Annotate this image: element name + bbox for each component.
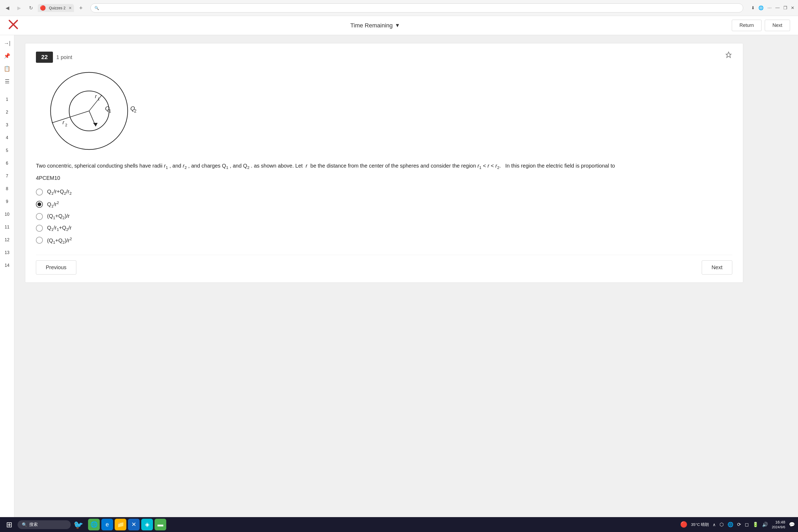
taskbar-app5-icon[interactable]: ◈: [141, 519, 153, 530]
browser-chrome: ◀ ▶ ↻ 🔴 Quizzes 2 ✕ + 🔍 ⬇ 🌐 ⋯ — ❐ ✕: [0, 0, 798, 16]
option-text-b: Q1/r2: [47, 200, 59, 208]
answer-option-b[interactable]: Q1/r2: [36, 200, 732, 208]
next-button[interactable]: Next: [702, 261, 732, 274]
sidebar-num-11[interactable]: 11: [2, 222, 13, 232]
taskbar-sysicon-4[interactable]: ◻: [745, 521, 749, 528]
radio-c[interactable]: [36, 213, 43, 220]
new-tab-button[interactable]: +: [76, 3, 86, 13]
question-code: 4PCEM10: [36, 175, 732, 181]
minimize-icon[interactable]: —: [774, 4, 781, 12]
return-button[interactable]: Return: [732, 20, 762, 31]
more-menu-icon[interactable]: ⋯: [766, 4, 773, 12]
sidebar-num-8[interactable]: 8: [2, 184, 13, 194]
address-bar[interactable]: 🔍: [91, 3, 743, 13]
answer-option-d[interactable]: Q1/r1+Q2/r: [36, 225, 732, 232]
taskbar-sysicon-1[interactable]: ⬡: [720, 521, 724, 528]
sidebar-icon-pin[interactable]: 📌: [2, 51, 13, 61]
taskbar-app6-icon[interactable]: ▬: [155, 519, 166, 530]
sidebar-icon-tab[interactable]: →|: [2, 38, 13, 49]
sidebar-num-1[interactable]: 1: [2, 94, 13, 105]
search-icon: 🔍: [94, 6, 99, 10]
windows-start-button[interactable]: ⊞: [3, 519, 15, 530]
question-text: Two concentric, spherical conducting she…: [36, 162, 732, 171]
previous-button[interactable]: Previous: [36, 261, 76, 274]
svg-marker-11: [93, 123, 98, 126]
refresh-button[interactable]: ↻: [26, 3, 36, 13]
radio-d[interactable]: [36, 225, 43, 232]
sidebar-num-5[interactable]: 5: [2, 145, 13, 156]
taskbar-right: 🔴 35°C 晴朗 ∧ ⬡ 🌐 ⟳ ◻ 🔋 🔊 16:48 2024/9/6 💬: [680, 519, 795, 530]
taskbar-notification-panel[interactable]: 💬: [789, 521, 795, 528]
option-text-c: (Q1+Q2)/r: [47, 213, 70, 220]
answer-options: Q1/r+Q2/r2 Q1/r2 (Q1+Q2)/r: [36, 189, 732, 244]
option-text-a: Q1/r+Q2/r2: [47, 189, 72, 195]
time-remaining-area: Time Remaining ▼: [350, 22, 400, 29]
main-layout: →| 📌 📋 ☰ 1 2 3 4 5 6 7 8 9 10 11 12 13 1…: [0, 35, 798, 517]
quiz-topbar: Time Remaining ▼ Return Next: [0, 16, 798, 35]
radio-e[interactable]: [36, 237, 43, 244]
taskbar-notification-icon[interactable]: 🔴: [680, 521, 687, 528]
tab-title: Quizzes 2: [47, 6, 68, 10]
radio-a[interactable]: [36, 189, 43, 195]
tab-bar: 🔴 Quizzes 2 ✕: [38, 4, 74, 12]
taskbar-date: 2024/9/6: [772, 525, 785, 530]
taskbar-files-icon[interactable]: 📁: [115, 519, 126, 530]
concentric-circles-diagram: r 2 r 1 Q 1 Q 2: [36, 68, 148, 153]
sidebar-icon-menu[interactable]: ☰: [2, 76, 13, 87]
question-number: 22: [36, 52, 53, 63]
next-top-button[interactable]: Next: [765, 20, 790, 31]
taskbar-sysicon-3[interactable]: ⟳: [737, 521, 741, 528]
taskbar-clock: 16:48 2024/9/6: [772, 519, 785, 530]
browser-actions: ⬇ 🌐 ⋯ — ❐ ✕: [750, 4, 795, 12]
taskbar-app4-icon[interactable]: ✕: [128, 519, 140, 530]
question-num-area: 22 1 point: [36, 51, 72, 63]
sidebar-num-12[interactable]: 12: [2, 234, 13, 245]
diagram-area: r 2 r 1 Q 1 Q 2: [36, 68, 732, 153]
taskbar-sysicon-2[interactable]: 🌐: [727, 521, 733, 528]
option-text-e: (Q1+Q2)/r2: [47, 236, 72, 244]
quiz-nav-buttons: Return Next: [732, 20, 790, 31]
maximize-icon[interactable]: ❐: [782, 4, 788, 12]
sidebar-num-6[interactable]: 6: [2, 158, 13, 169]
taskbar-time: 16:48: [772, 519, 785, 525]
svg-line-4: [52, 111, 89, 123]
sidebar-num-4[interactable]: 4: [2, 132, 13, 143]
answer-option-e[interactable]: (Q1+Q2)/r2: [36, 236, 732, 244]
sidebar-icon-list[interactable]: 📋: [2, 63, 13, 74]
answer-option-a[interactable]: Q1/r+Q2/r2: [36, 189, 732, 195]
taskbar-sysicon-5[interactable]: 🔋: [753, 521, 758, 528]
taskbar-edge-icon[interactable]: e: [101, 519, 113, 530]
svg-text:1: 1: [98, 97, 100, 101]
taskbar-bird-icon: 🐦: [73, 520, 83, 529]
taskbar-chrome-icon[interactable]: 🌐: [88, 519, 100, 530]
taskbar-search[interactable]: 🔍 搜索: [18, 520, 71, 529]
taskbar-chevron-up[interactable]: ∧: [712, 522, 716, 527]
sidebar-num-10[interactable]: 10: [2, 209, 13, 220]
svg-text:2: 2: [65, 123, 67, 127]
question-header: 22 1 point: [36, 51, 732, 63]
tab-close-button[interactable]: ✕: [69, 6, 72, 10]
taskbar-sysicon-volume[interactable]: 🔊: [762, 521, 768, 528]
question-card: 22 1 point: [25, 43, 743, 283]
time-toggle-icon[interactable]: ▼: [395, 22, 400, 28]
radio-b[interactable]: [36, 201, 43, 208]
close-window-icon[interactable]: ✕: [790, 4, 795, 12]
answer-option-c[interactable]: (Q1+Q2)/r: [36, 213, 732, 220]
globe-icon[interactable]: 🌐: [757, 4, 765, 12]
sidebar-num-14[interactable]: 14: [2, 260, 13, 271]
forward-button[interactable]: ▶: [14, 3, 24, 13]
time-remaining-label: Time Remaining: [350, 22, 393, 29]
sidebar-num-9[interactable]: 9: [2, 196, 13, 207]
svg-text:r: r: [62, 119, 65, 125]
question-pin-icon[interactable]: [725, 51, 732, 60]
sidebar-num-7[interactable]: 7: [2, 171, 13, 182]
taskbar: ⊞ 🔍 搜索 🐦 🌐 e 📁 ✕ ◈ ▬ 🔴 35°C 晴朗 ∧ ⬡ 🌐 ⟳: [0, 517, 798, 532]
taskbar-temp: 35°C 晴朗: [691, 522, 709, 527]
download-icon[interactable]: ⬇: [750, 4, 756, 12]
sidebar-num-3[interactable]: 3: [2, 120, 13, 130]
option-text-d: Q1/r1+Q2/r: [47, 225, 72, 232]
sidebar-num-2[interactable]: 2: [2, 107, 13, 118]
sidebar-num-13[interactable]: 13: [2, 247, 13, 258]
card-nav: Previous Next: [36, 255, 732, 274]
back-button[interactable]: ◀: [3, 3, 12, 13]
